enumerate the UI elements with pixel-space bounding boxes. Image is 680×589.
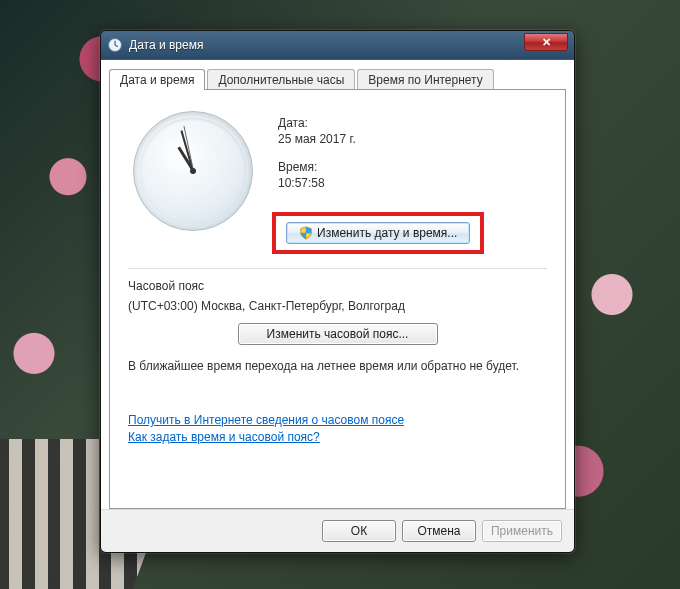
change-timezone-label: Изменить часовой пояс... (267, 327, 409, 341)
analog-clock (133, 111, 253, 231)
apply-button[interactable]: Применить (482, 520, 562, 542)
analog-clock-wrap (128, 106, 258, 236)
tab-pane: Дата: 25 мая 2017 г. Время: 10:57:58 Изм… (109, 89, 566, 509)
datetime-section: Дата: 25 мая 2017 г. Время: 10:57:58 Изм… (128, 106, 547, 254)
date-value: 25 мая 2017 г. (278, 132, 547, 146)
highlight-annotation: Изменить дату и время... (272, 212, 484, 254)
cancel-button[interactable]: Отмена (402, 520, 476, 542)
timezone-info-link[interactable]: Получить в Интернете сведения о часовом … (128, 413, 547, 427)
ok-button[interactable]: ОК (322, 520, 396, 542)
date-label: Дата: (278, 116, 547, 130)
howto-link[interactable]: Как задать время и часовой пояс? (128, 430, 547, 444)
titlebar[interactable]: Дата и время ✕ (101, 31, 574, 59)
tab-internet-time[interactable]: Время по Интернету (357, 69, 493, 90)
client-area: Дата и время Дополнительные часы Время п… (101, 59, 574, 509)
separator (128, 268, 547, 269)
window-title: Дата и время (129, 38, 524, 52)
close-button[interactable]: ✕ (524, 33, 568, 51)
tab-strip: Дата и время Дополнительные часы Время п… (109, 69, 566, 90)
time-value: 10:57:58 (278, 176, 547, 190)
change-timezone-button[interactable]: Изменить часовой пояс... (238, 323, 438, 345)
change-date-time-button[interactable]: Изменить дату и время... (286, 222, 470, 244)
shield-icon (299, 226, 313, 240)
dst-note: В ближайшее время перехода на летнее вре… (128, 359, 547, 373)
time-label: Время: (278, 160, 547, 174)
timezone-value: (UTC+03:00) Москва, Санкт-Петербург, Вол… (128, 299, 547, 313)
close-icon: ✕ (542, 36, 551, 49)
date-time-dialog: Дата и время ✕ Дата и время Дополнительн… (100, 30, 575, 553)
tab-date-time[interactable]: Дата и время (109, 69, 205, 90)
change-date-time-label: Изменить дату и время... (317, 226, 457, 240)
clock-center (190, 168, 196, 174)
timezone-section-label: Часовой пояс (128, 279, 547, 293)
datetime-readout: Дата: 25 мая 2017 г. Время: 10:57:58 Изм… (278, 106, 547, 254)
tab-additional-clocks[interactable]: Дополнительные часы (207, 69, 355, 90)
clock-icon (107, 37, 123, 53)
help-links: Получить в Интернете сведения о часовом … (128, 413, 547, 444)
dialog-button-bar: ОК Отмена Применить (101, 509, 574, 552)
